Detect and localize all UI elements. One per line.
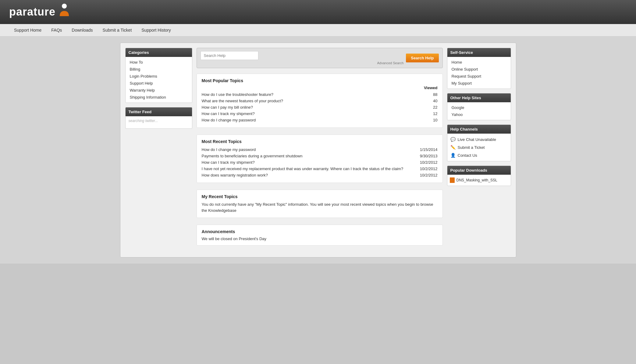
help-channel-item: 👤Contact Us [447,151,511,159]
search-wrapper: Advanced Search [201,51,404,65]
other-help-sites-header: Other Help Sites [447,93,511,102]
topic-count: 88 [404,91,438,98]
channel-icon: ✏️ [450,145,456,150]
download-item: DNS_Masking_with_SSL [450,177,508,184]
table-row: How can I track my shipment?10/2/2012 [202,159,438,166]
channel-link[interactable]: Submit a Ticket [458,145,485,150]
topic-link[interactable]: How do I change my password [202,117,404,123]
help-channels-header: Help Channels [447,125,511,134]
help-channel-item: ✏️Submit a Ticket [447,143,511,151]
topic-link[interactable]: How can I pay my bill online? [202,104,404,110]
category-link[interactable]: Warranty Help [126,87,192,94]
logo-text: parature [9,5,55,18]
header: parature [0,0,636,24]
category-link[interactable]: Shipping Information [126,94,192,101]
table-row: How do I change my password1/15/2014 [202,146,438,153]
other-help-sites-list: GoogleYahoo [447,102,511,120]
category-link[interactable]: Login Problems [126,73,192,80]
topic-link[interactable]: What are the newest features of your pro… [202,98,404,104]
topic-link[interactable]: How can I track my shipment? [202,110,404,117]
self-service-link[interactable]: Home [447,59,511,66]
search-bar: Advanced Search Search Help [197,48,443,68]
table-row: How can I track my shipment?12 [202,110,438,117]
most-recent-section: Most Recent Topics How do I change my pa… [197,135,443,183]
help-channel-item: 💬Live Chat Unavailable [447,135,511,143]
help-site-link[interactable]: Yahoo [447,111,511,118]
self-service-link[interactable]: Request Support [447,73,511,80]
main-container: Categories How ToBillingLogin ProblemsSu… [120,43,516,257]
left-sidebar: Categories How ToBillingLogin ProblemsSu… [125,48,192,252]
table-row: How does warranty registration work?10/2… [202,172,438,178]
categories-header: Categories [126,48,192,57]
topic-count: 40 [404,98,438,104]
categories-list: How ToBillingLogin ProblemsSupport HelpW… [126,57,192,103]
my-recent-text: You do not currently have any "My Recent… [202,201,438,213]
page-body: Categories How ToBillingLogin ProblemsSu… [0,37,636,264]
self-service-section: Self-Service HomeOnline SupportRequest S… [447,48,511,89]
center-content: Advanced Search Search Help Most Popular… [197,48,443,252]
topic-link[interactable]: How does warranty registration work? [202,172,419,178]
channel-icon: 💬 [450,137,456,142]
logo-icon [57,2,72,19]
svg-point-0 [62,4,67,9]
categories-section: Categories How ToBillingLogin ProblemsSu… [125,48,192,103]
channel-link[interactable]: Contact Us [458,153,477,158]
help-channels-list: 💬Live Chat Unavailable✏️Submit a Ticket👤… [447,134,511,161]
most-recent-title: Most Recent Topics [202,139,438,144]
popular-downloads-section: Popular Downloads DNS_Masking_with_SSL [447,166,511,186]
topic-count: 10 [404,117,438,123]
self-service-link[interactable]: Online Support [447,66,511,73]
document-icon [450,177,455,183]
help-site-link[interactable]: Google [447,104,511,111]
navbar: Support HomeFAQsDownloadsSubmit a Ticket… [0,24,636,37]
nav-item-support-history[interactable]: Support History [137,24,176,36]
table-row: What are the newest features of your pro… [202,98,438,104]
popular-downloads-header: Popular Downloads [447,166,511,175]
table-row: Payments to beneficiaries during a gover… [202,153,438,159]
downloads-list: DNS_Masking_with_SSL [447,175,511,186]
viewed-label: Viewed [404,86,438,91]
twitter-section: Twitter Feed searching twitter... [125,107,192,129]
category-link[interactable]: Support Help [126,80,192,87]
category-link[interactable]: Billing [126,66,192,73]
announcements-section: Announcements We will be closed on Presi… [197,225,443,246]
table-row: How can I pay my bill online?22 [202,104,438,110]
twitter-header: Twitter Feed [126,107,192,116]
nav-item-support-home[interactable]: Support Home [9,24,46,36]
category-link[interactable]: How To [126,59,192,66]
most-popular-section: Most Popular Topics Viewed How do I use … [197,74,443,128]
search-input[interactable] [201,51,258,60]
topic-link[interactable]: How do I change my password [202,146,419,153]
my-recent-title: My Recent Topics [202,194,438,199]
advanced-search-link[interactable]: Advanced Search [201,61,404,65]
topic-date: 10/2/2012 [418,172,437,178]
most-popular-table: Viewed How do I use the troubleshooter f… [202,86,438,123]
table-row: How do I change my password10 [202,117,438,123]
search-button[interactable]: Search Help [406,54,439,62]
topic-link[interactable]: How do I use the troubleshooter feature? [202,91,404,98]
nav-item-downloads[interactable]: Downloads [67,24,98,36]
download-link[interactable]: DNS_Masking_with_SSL [457,178,497,182]
topic-count: 22 [404,104,438,110]
topic-link[interactable]: How can I track my shipment? [202,159,419,166]
twitter-feed-body: searching twitter... [126,116,192,128]
other-help-sites-section: Other Help Sites GoogleYahoo [447,93,511,120]
announcement-text: We will be closed on President's Day [202,236,438,241]
topic-link[interactable]: I have not yet received my replacement p… [202,166,419,172]
self-service-list: HomeOnline SupportRequest SupportMy Supp… [447,57,511,89]
topic-date: 10/2/2012 [418,159,437,166]
nav-item-faqs[interactable]: FAQs [46,24,67,36]
table-row: How do I use the troubleshooter feature?… [202,91,438,98]
topic-link[interactable]: Payments to beneficiaries during a gover… [202,153,419,159]
right-sidebar: Self-Service HomeOnline SupportRequest S… [447,48,511,252]
nav-item-submit-a-ticket[interactable]: Submit a Ticket [98,24,137,36]
most-popular-title: Most Popular Topics [202,78,438,83]
topic-date: 10/2/2012 [418,166,437,172]
channel-icon: 👤 [450,152,456,158]
topic-count: 12 [404,110,438,117]
topic-date: 9/30/2013 [418,153,437,159]
self-service-link[interactable]: My Support [447,80,511,87]
self-service-header: Self-Service [447,48,511,57]
most-recent-table: How do I change my password1/15/2014Paym… [202,146,438,178]
channel-link[interactable]: Live Chat Unavailable [458,137,496,142]
